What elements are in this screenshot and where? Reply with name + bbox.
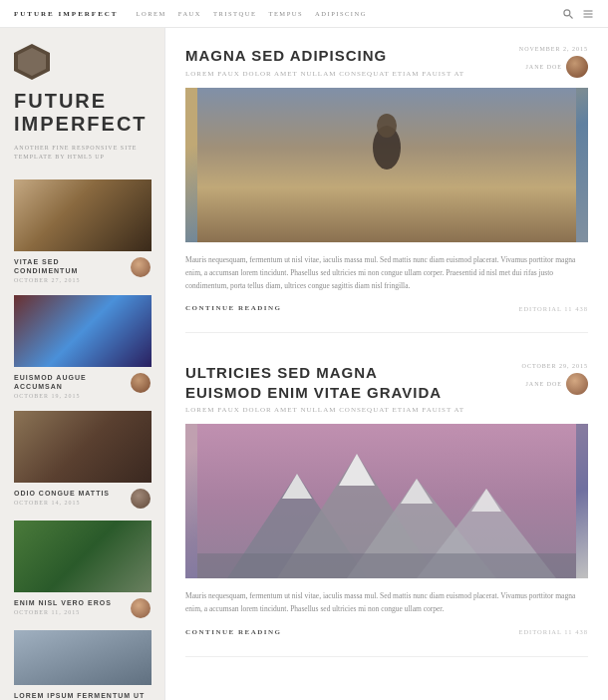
sidebar-post-4-avatar <box>131 598 151 618</box>
nav-links: Lorem Faux Tristque Tempus Adipiscing <box>137 10 562 17</box>
sidebar-post-5: LOREM IPSUM FERMENTUM UT NISL VITAE OCTO… <box>14 630 151 700</box>
sidebar: FUTURE IMPERFECT ANOTHER FINE RESPONSIVE… <box>0 28 164 700</box>
article-1-title-block: MAGNA SED ADIPISCING LOREM FAUX DOLOR AM… <box>185 46 519 78</box>
svg-rect-6 <box>197 187 576 242</box>
sidebar-post-2-title: EUISMOD AUGUE ACCUMSAN <box>14 373 125 391</box>
article-1-author-label: JANE DOE <box>526 64 563 70</box>
main-content: MAGNA SED ADIPISCING LOREM FAUX DOLOR AM… <box>164 28 608 700</box>
article-1-body: Mauris nequesquam, fermentum ut nisl vit… <box>185 254 588 292</box>
article-1-header: MAGNA SED ADIPISCING LOREM FAUX DOLOR AM… <box>185 46 588 78</box>
top-navigation: FUTURE IMPERFECT Lorem Faux Tristque Tem… <box>0 0 608 28</box>
nav-link-tristque[interactable]: Tristque <box>213 10 256 17</box>
page-layout: FUTURE IMPERFECT ANOTHER FINE RESPONSIVE… <box>0 28 608 700</box>
article-2-body: Mauris nequesquam, fermentum ut nisl vit… <box>185 590 588 616</box>
nav-link-lorem[interactable]: Lorem <box>137 10 166 17</box>
nav-link-faux[interactable]: Faux <box>178 10 201 17</box>
sidebar-post-1: VITAE SED CONDIMENTUM OCTOBER 27, 2015 <box>14 179 151 283</box>
article-2-footer: CONTINUE READING EDITORIAL 11 438 <box>185 628 588 636</box>
article-1: MAGNA SED ADIPISCING LOREM FAUX DOLOR AM… <box>185 46 588 333</box>
article-1-tags: EDITORIAL 11 438 <box>518 305 588 312</box>
site-tagline: ANOTHER FINE RESPONSIVE SITETEMPLATE BY … <box>14 144 151 162</box>
article-2-hero-image <box>185 424 588 578</box>
site-logo <box>14 44 50 80</box>
nav-icon-group <box>562 8 594 20</box>
sidebar-post-3: ODIO CONGUE MATTIS OCTOBER 14, 2015 <box>14 411 151 509</box>
sidebar-post-1-avatar <box>131 257 151 277</box>
nav-link-adipiscing[interactable]: Adipiscing <box>315 10 367 17</box>
article-2-subtitle: LOREM FAUX DOLOR AMET NULLAM CONSEQUAT E… <box>185 406 522 414</box>
article-1-title: MAGNA SED ADIPISCING <box>185 46 519 66</box>
sidebar-post-3-avatar <box>131 489 151 509</box>
article-1-continue[interactable]: CONTINUE READING <box>185 304 282 312</box>
sidebar-post-4: ENIM NISL VERO EROS OCTOBER 11, 2015 <box>14 521 151 618</box>
sidebar-post-1-date: OCTOBER 27, 2015 <box>14 277 125 283</box>
nav-link-tempus[interactable]: Tempus <box>268 10 303 17</box>
article-1-subtitle: LOREM FAUX DOLOR AMET NULLAM CONSEQUAT E… <box>185 70 519 78</box>
article-2-tags: EDITORIAL 11 438 <box>518 628 588 635</box>
article-1-footer: CONTINUE READING EDITORIAL 11 438 <box>185 304 588 312</box>
article-2-header: ULTRICIES SED MAGNAEUISMOD ENIM VITAE GR… <box>185 363 588 414</box>
sidebar-post-4-date: OCTOBER 11, 2015 <box>14 609 125 615</box>
svg-rect-18 <box>197 553 576 578</box>
sidebar-post-2: EUISMOD AUGUE ACCUMSAN OCTOBER 19, 2015 <box>14 295 151 399</box>
article-1-avatar <box>566 56 588 78</box>
article-2-author-label: JANE DOE <box>526 381 563 387</box>
article-2-continue[interactable]: CONTINUE READING <box>185 628 282 636</box>
article-2-title-block: ULTRICIES SED MAGNAEUISMOD ENIM VITAE GR… <box>185 363 522 414</box>
menu-icon[interactable] <box>582 8 594 20</box>
sidebar-post-2-date: OCTOBER 19, 2015 <box>14 393 125 399</box>
article-1-meta: NOVEMBER 2, 2015 JANE DOE <box>519 46 588 78</box>
svg-point-0 <box>564 9 570 15</box>
article-2-title: ULTRICIES SED MAGNAEUISMOD ENIM VITAE GR… <box>185 363 522 402</box>
site-title: FUTURE IMPERFECT <box>14 90 151 136</box>
svg-point-8 <box>377 114 397 138</box>
article-1-date: NOVEMBER 2, 2015 <box>519 46 588 52</box>
sidebar-post-2-avatar <box>131 373 151 393</box>
svg-line-1 <box>570 15 573 18</box>
sidebar-post-3-title: ODIO CONGUE MATTIS <box>14 489 125 498</box>
nav-brand: FUTURE IMPERFECT <box>14 10 119 18</box>
sidebar-post-4-title: ENIM NISL VERO EROS <box>14 598 125 607</box>
article-2-date: OCTOBER 29, 2015 <box>522 363 588 369</box>
article-1-author-row: JANE DOE <box>526 56 589 78</box>
search-icon[interactable] <box>562 8 574 20</box>
article-2: ULTRICIES SED MAGNAEUISMOD ENIM VITAE GR… <box>185 363 588 657</box>
sidebar-post-1-title: VITAE SED CONDIMENTUM <box>14 257 125 275</box>
sidebar-post-5-title: LOREM IPSUM FERMENTUM UT NISL VITAE <box>14 691 151 700</box>
article-2-meta: OCTOBER 29, 2015 JANE DOE <box>522 363 588 395</box>
article-2-author-row: JANE DOE <box>526 373 589 395</box>
sidebar-post-3-date: OCTOBER 14, 2015 <box>14 500 125 506</box>
article-2-avatar <box>566 373 588 395</box>
article-1-hero-image <box>185 88 588 242</box>
